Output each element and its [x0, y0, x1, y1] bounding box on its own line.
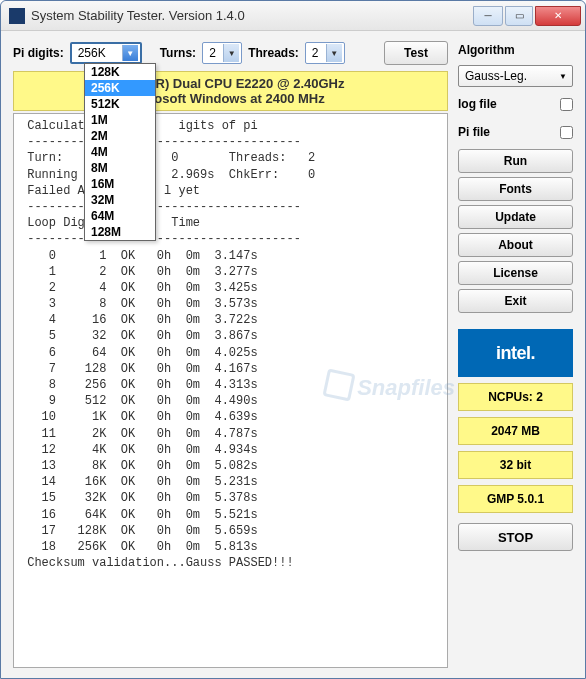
gmp-badge: GMP 5.0.1: [458, 485, 573, 513]
right-column: Algorithm Gauss-Leg. ▼ log file Pi file …: [458, 41, 573, 668]
window-title: System Stability Tester. Version 1.4.0: [31, 8, 471, 23]
titlebar: System Stability Tester. Version 1.4.0 ─…: [1, 1, 585, 31]
turns-value: 2: [209, 46, 216, 60]
ncpus-badge: NCPUs: 2: [458, 383, 573, 411]
cpu-banner: Intel( (R) Dual CPU E2220 @ 2.40GHz R ro…: [13, 71, 448, 111]
pi-digits-dropdown[interactable]: 128K256K512K1M2M4M8M16M32M64M128M: [84, 63, 156, 241]
pi-option-64M[interactable]: 64M: [85, 208, 155, 224]
pi-option-256K[interactable]: 256K: [85, 80, 155, 96]
pifile-label: Pi file: [458, 123, 490, 141]
window-controls: ─ ▭ ✕: [471, 6, 581, 26]
pi-option-512K[interactable]: 512K: [85, 96, 155, 112]
pi-option-4M[interactable]: 4M: [85, 144, 155, 160]
threads-combo[interactable]: 2 ▼: [305, 42, 345, 64]
pi-digits-combo[interactable]: 256K ▼: [70, 42, 142, 64]
content-area: Pi digits: 256K ▼ Turns: 2 ▼ Threads: 2 …: [1, 31, 585, 678]
pi-option-1M[interactable]: 1M: [85, 112, 155, 128]
intel-logo: intel: [458, 329, 573, 377]
output-console: Calculating igits of pi ----------------…: [13, 113, 448, 668]
pi-option-16M[interactable]: 16M: [85, 176, 155, 192]
stop-button[interactable]: STOP: [458, 523, 573, 551]
algorithm-label: Algorithm: [458, 41, 573, 59]
update-button[interactable]: Update: [458, 205, 573, 229]
pi-option-128K[interactable]: 128K: [85, 64, 155, 80]
turns-combo[interactable]: 2 ▼: [202, 42, 242, 64]
app-icon: [9, 8, 25, 24]
chevron-down-icon: ▼: [223, 44, 239, 62]
chevron-down-icon: ▼: [122, 45, 138, 61]
chevron-down-icon: ▼: [326, 44, 342, 62]
maximize-button[interactable]: ▭: [505, 6, 533, 26]
run-button[interactable]: Run: [458, 149, 573, 173]
pifile-checkbox[interactable]: [560, 126, 573, 139]
pifile-row: Pi file: [458, 121, 573, 143]
pi-option-32M[interactable]: 32M: [85, 192, 155, 208]
algorithm-combo[interactable]: Gauss-Leg. ▼: [458, 65, 573, 87]
exit-button[interactable]: Exit: [458, 289, 573, 313]
logfile-checkbox[interactable]: [560, 98, 573, 111]
license-button[interactable]: License: [458, 261, 573, 285]
logfile-row: log file: [458, 93, 573, 115]
pi-option-8M[interactable]: 8M: [85, 160, 155, 176]
app-window: System Stability Tester. Version 1.4.0 ─…: [0, 0, 586, 679]
pi-digits-value: 256K: [78, 46, 106, 60]
turns-label: Turns:: [160, 46, 196, 60]
test-button[interactable]: Test: [384, 41, 448, 65]
minimize-button[interactable]: ─: [473, 6, 503, 26]
about-button[interactable]: About: [458, 233, 573, 257]
pi-digits-label: Pi digits:: [13, 46, 64, 60]
logfile-label: log file: [458, 95, 497, 113]
left-column: Pi digits: 256K ▼ Turns: 2 ▼ Threads: 2 …: [13, 41, 448, 668]
memory-badge: 2047 MB: [458, 417, 573, 445]
algorithm-value: Gauss-Leg.: [465, 69, 527, 83]
parameter-row: Pi digits: 256K ▼ Turns: 2 ▼ Threads: 2 …: [13, 41, 448, 65]
threads-label: Threads:: [248, 46, 299, 60]
close-button[interactable]: ✕: [535, 6, 581, 26]
pi-option-2M[interactable]: 2M: [85, 128, 155, 144]
pi-option-128M[interactable]: 128M: [85, 224, 155, 240]
threads-value: 2: [312, 46, 319, 60]
fonts-button[interactable]: Fonts: [458, 177, 573, 201]
chevron-down-icon: ▼: [556, 67, 570, 85]
arch-badge: 32 bit: [458, 451, 573, 479]
